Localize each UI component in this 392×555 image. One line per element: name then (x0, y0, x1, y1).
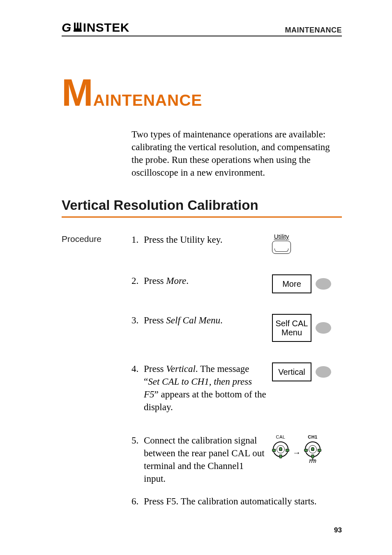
svg-line-4 (311, 460, 312, 463)
step-number: 1. (131, 233, 144, 246)
softkey-vertical: Vertical (272, 362, 311, 381)
brand-glyph-icon (72, 23, 82, 32)
step-row: 2. Press More. More (131, 274, 342, 293)
txt: . (220, 315, 223, 325)
step-graphic: Self CAL Menu (272, 314, 342, 342)
txt: . (186, 276, 189, 286)
step-row: 5. Connect the calibration signal betwee… (131, 434, 342, 485)
step-text: Press Vertical. The message “Set CAL to … (144, 362, 272, 413)
bnc-ch1-icon: CH1 (304, 434, 321, 464)
step-row: 4. Press Vertical. The message “Set CAL … (131, 362, 342, 413)
step-text: Connect the calibration signal between t… (144, 434, 272, 485)
svg-line-5 (314, 460, 314, 463)
step-number: 6. (131, 495, 144, 508)
txt: Press (144, 364, 166, 374)
page-header: G INSTEK MAINTENANCE (62, 21, 342, 37)
step-row: 3. Press Self Cal Menu. Self CAL Menu (131, 314, 342, 342)
header-section: MAINTENANCE (285, 26, 342, 35)
knob-icon (316, 366, 331, 378)
procedure-steps: 1. Press the Utility key. Utility 2. Pre… (131, 233, 342, 528)
step-row: 6. Press F5. The calibration automatical… (131, 495, 342, 508)
txt-em: Vertical (166, 364, 196, 374)
chapter-rest: AINTENANCE (93, 92, 203, 108)
chapter-title: MAINTENANCE (62, 74, 342, 111)
procedure-label: Procedure (62, 233, 131, 244)
svg-line-3 (309, 460, 310, 463)
step-graphic: Utility (272, 233, 342, 254)
brand-logo: G INSTEK (62, 21, 129, 35)
step-text: Press F5. The calibration automatically … (144, 495, 342, 508)
step-graphic: Vertical (272, 362, 342, 381)
step-graphic: CAL → CH1 (272, 434, 342, 464)
utility-key-icon: Utility (272, 233, 291, 254)
bnc-ch1-label: CH1 (304, 434, 321, 440)
svg-line-6 (315, 460, 316, 463)
step-text: Press Self Cal Menu. (144, 314, 272, 327)
svg-rect-0 (74, 30, 82, 32)
step-text: Press the Utility key. (144, 233, 272, 246)
txt-em: More (166, 276, 186, 286)
txt-em: Self Cal Menu (166, 315, 220, 325)
txt: ” appears at the bottom of the display. (144, 389, 266, 412)
txt: Press (144, 276, 166, 286)
step-number: 4. (131, 362, 144, 375)
knob-icon (316, 278, 331, 290)
section-heading: Vertical Resolution Calibration (62, 197, 342, 218)
page-number: 93 (334, 526, 342, 534)
bnc-cal-icon: CAL (272, 434, 289, 457)
step-row: 1. Press the Utility key. Utility (131, 233, 342, 254)
softkey-more: More (272, 274, 311, 293)
softkey-self-cal-menu: Self CAL Menu (272, 314, 311, 342)
intro-paragraph: Two types of maintenance operations are … (131, 128, 342, 179)
ground-icon (304, 458, 321, 464)
bnc-cal-label: CAL (272, 434, 289, 440)
utility-key-label: Utility (272, 233, 291, 240)
step-number: 5. (131, 434, 144, 447)
step-number: 2. (131, 274, 144, 287)
arrow-right-icon: → (291, 447, 302, 458)
step-number: 3. (131, 314, 144, 327)
txt: Press (144, 315, 166, 325)
brand-prefix: G (62, 21, 71, 35)
knob-icon (316, 322, 331, 334)
step-graphic: More (272, 274, 342, 293)
brand-suffix: INSTEK (83, 21, 129, 35)
procedure-block: Procedure 1. Press the Utility key. Util… (62, 233, 342, 528)
step-text: Press More. (144, 274, 272, 287)
chapter-big-letter: M (62, 74, 93, 111)
